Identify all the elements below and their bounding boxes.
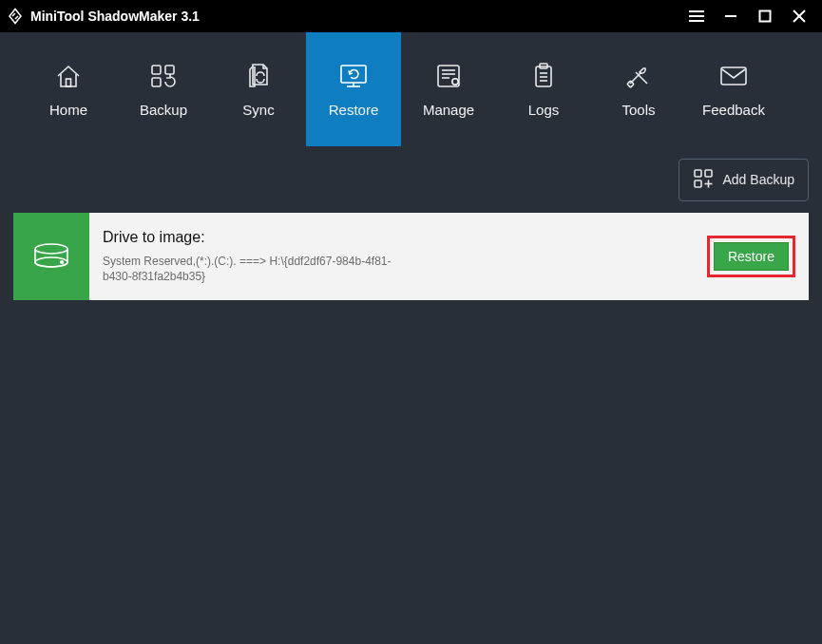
restore-highlight: Restore	[707, 236, 795, 277]
sync-icon	[242, 62, 275, 90]
home-icon	[52, 62, 85, 90]
maximize-button[interactable]	[748, 2, 782, 30]
logs-icon	[527, 62, 560, 90]
nav-tools-label: Tools	[621, 102, 655, 118]
card-drive-icon	[13, 213, 89, 300]
content-area: Add Backup Drive to image: System Reserv…	[0, 146, 822, 644]
main-nav: Home Backup Sync	[0, 32, 822, 146]
svg-rect-8	[152, 66, 161, 74]
titlebar: MiniTool ShadowMaker 3.1	[0, 0, 822, 32]
add-backup-button[interactable]: Add Backup	[679, 159, 810, 201]
svg-rect-4	[760, 11, 771, 22]
nav-manage[interactable]: Manage	[401, 32, 496, 146]
minimize-button[interactable]	[714, 2, 748, 30]
nav-sync-label: Sync	[242, 102, 274, 118]
content-toolbar: Add Backup	[13, 146, 809, 213]
manage-icon	[432, 62, 465, 90]
svg-rect-10	[152, 78, 161, 86]
hamburger-button[interactable]	[679, 2, 714, 30]
nav-logs-label: Logs	[528, 102, 560, 118]
svg-rect-28	[695, 180, 701, 187]
svg-rect-11	[341, 66, 366, 83]
titlebar-left: MiniTool ShadowMaker 3.1	[6, 7, 200, 26]
nav-restore[interactable]: Restore	[306, 32, 401, 146]
svg-rect-26	[695, 170, 701, 177]
nav-logs[interactable]: Logs	[496, 32, 591, 146]
nav-manage-label: Manage	[423, 102, 474, 118]
svg-rect-7	[67, 79, 71, 86]
nav-sync[interactable]: Sync	[211, 32, 306, 146]
nav-tools[interactable]: Tools	[591, 32, 686, 146]
app-logo-icon	[6, 7, 25, 26]
card-text: Drive to image: System Reserved,(*:).(C:…	[103, 229, 391, 284]
card-detail: System Reserved,(*:).(C:). ===> H:\{ddf2…	[103, 254, 391, 284]
svg-rect-14	[438, 66, 459, 86]
card-body: Drive to image: System Reserved,(*:).(C:…	[89, 213, 809, 300]
card-detail-line1: System Reserved,(*:).(C:). ===> H:\{ddf2…	[103, 255, 391, 268]
nav-feedback-label: Feedback	[702, 102, 765, 118]
card-title: Drive to image:	[103, 229, 391, 246]
nav-backup-label: Backup	[140, 102, 187, 118]
nav-restore-label: Restore	[329, 102, 379, 118]
backup-icon	[147, 62, 180, 90]
svg-rect-25	[721, 67, 746, 85]
tools-icon	[622, 62, 655, 90]
backup-entry-card: Drive to image: System Reserved,(*:).(C:…	[13, 213, 809, 300]
restore-icon	[337, 62, 370, 90]
window-controls	[679, 2, 816, 30]
nav-feedback[interactable]: Feedback	[686, 32, 781, 146]
svg-point-31	[35, 244, 67, 254]
svg-rect-27	[705, 170, 712, 177]
svg-point-33	[61, 261, 64, 264]
close-button[interactable]	[782, 2, 816, 30]
feedback-icon	[717, 62, 750, 90]
nav-backup[interactable]: Backup	[116, 32, 211, 146]
add-backup-icon	[693, 168, 714, 192]
app-title: MiniTool ShadowMaker 3.1	[30, 9, 200, 24]
card-detail-line2: b430-8f31fa2b4b35}	[103, 270, 205, 283]
nav-home-label: Home	[49, 102, 87, 118]
restore-button[interactable]: Restore	[714, 242, 789, 271]
svg-rect-9	[165, 66, 174, 74]
nav-home[interactable]: Home	[21, 32, 116, 146]
add-backup-label: Add Backup	[723, 172, 795, 187]
